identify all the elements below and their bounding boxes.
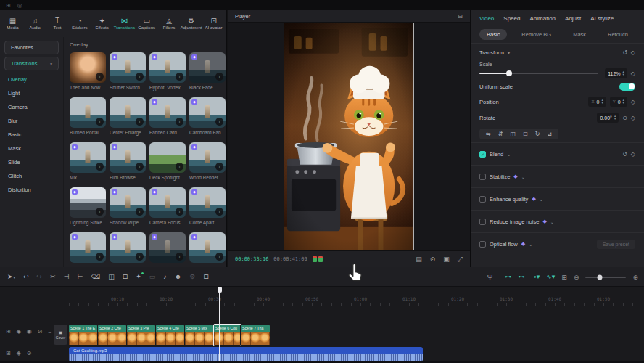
transition-item[interactable]: ◆↓ (110, 232, 146, 267)
clip-scene-1-the-e[interactable]: Scene 1 The E (69, 325, 97, 345)
transition-thumbnail[interactable]: ◆↓ (189, 232, 226, 263)
playhead[interactable] (219, 287, 220, 361)
section-stabilize[interactable]: Stabilize◆⌄ (471, 167, 644, 186)
tab-speed[interactable]: Speed (503, 15, 520, 22)
toolbar-effects[interactable]: ✦Effects (91, 17, 113, 30)
transition-thumbnail[interactable]: ◆↓ (149, 52, 186, 83)
quality-icon[interactable]: ▤ (416, 256, 422, 264)
tab-ai-stylize[interactable]: AI stylize (590, 15, 614, 22)
transition-thumbnail[interactable]: ◆↓ (70, 232, 106, 263)
toolbar-media[interactable]: ▦Media (1, 17, 24, 30)
transition-thumbnail[interactable]: ◆↓ (110, 52, 146, 83)
toolbar-filters[interactable]: ◬Filters (158, 17, 181, 30)
save-preset-button[interactable]: Save preset (597, 240, 635, 249)
video-canvas[interactable] (284, 23, 414, 250)
subtab-basic[interactable]: Basic (479, 29, 507, 40)
rotate-value[interactable]: 0.00° (600, 115, 611, 121)
render-icon[interactable]: ∿▾ (546, 274, 555, 280)
stepper-icon[interactable]: ▴▾ (623, 70, 624, 76)
clip-scene-6-cou[interactable]: Scene 6 Cou (214, 325, 240, 345)
download-icon[interactable]: ↓ (176, 73, 183, 81)
transition-thumbnail[interactable]: ◆↓ (149, 187, 186, 218)
transition-thumbnail[interactable]: ◆↓ (149, 97, 186, 128)
transition-item[interactable]: ◆↓ (149, 232, 186, 267)
track-control-icon[interactable]: – (38, 350, 41, 356)
keyframe-icon[interactable]: ◇ (631, 99, 635, 105)
position-y-value[interactable]: 0 (618, 99, 621, 105)
transition-item-burned-portal[interactable]: ↓Burned Portal (70, 97, 106, 136)
download-icon[interactable]: ↓ (136, 163, 144, 171)
mirror-icon[interactable]: ◫ (510, 131, 516, 137)
cover-button[interactable]: ▣ Cover (54, 325, 67, 345)
clip-scene-4-che[interactable]: Scene 4 Che (156, 325, 184, 345)
track-control-icon[interactable]: ⊞ (6, 350, 11, 356)
download-icon[interactable]: ↓ (215, 163, 223, 171)
transition-item-center-enlarge[interactable]: ↓Center Enlarge (110, 97, 146, 136)
chevron-down-icon[interactable]: ⌄ (540, 197, 543, 202)
scale-slider[interactable] (479, 69, 598, 78)
timeline-zoom-slider[interactable] (585, 277, 626, 278)
checkbox-reduce-image-noise[interactable] (479, 219, 486, 225)
zoom-out-icon[interactable]: ⊖ (574, 274, 579, 281)
smart-tools-icon[interactable]: ✦ (136, 274, 141, 280)
toolbar-transitions[interactable]: ⋈Transitions (113, 17, 136, 30)
scale-adapt-icon[interactable]: ⊙ (430, 256, 436, 264)
extract-person-icon[interactable]: ☻ (175, 274, 181, 280)
track-control-icon[interactable]: ◈ (17, 328, 21, 335)
download-icon[interactable]: ↓ (215, 118, 223, 126)
download-icon[interactable]: ↓ (176, 208, 183, 216)
app-menu-icon[interactable]: ⊞ (6, 2, 11, 9)
toolbar-stickers[interactable]: ◔Stickers (68, 17, 91, 30)
position-x-box[interactable]: X 0 ▴▾ (588, 97, 606, 107)
download-icon[interactable]: ↓ (136, 118, 144, 126)
sidebar-item-overlay[interactable]: Overlay (0, 73, 63, 86)
download-icon[interactable]: ↓ (215, 253, 223, 261)
adjust-icon[interactable]: ⚙ (189, 274, 195, 280)
position-y-box[interactable]: Y 0 ▴▾ (610, 97, 627, 107)
undo-icon[interactable]: ↩ (23, 274, 29, 280)
transition-thumbnail[interactable]: ◆↓ (189, 142, 226, 173)
download-icon[interactable]: ↓ (176, 163, 183, 171)
download-icon[interactable]: ↓ (136, 253, 144, 261)
sidebar-item-camera[interactable]: Camera (0, 100, 63, 114)
zoom-in-icon[interactable]: ⊕ (632, 274, 638, 281)
transition-thumbnail[interactable]: ↓ (70, 52, 106, 83)
download-icon[interactable]: ↓ (96, 73, 104, 81)
download-icon[interactable]: ↓ (215, 208, 223, 216)
delete-left-icon[interactable]: ⊣ (64, 274, 70, 280)
stepper-icon[interactable]: ▴▾ (614, 115, 616, 121)
toolbar-captions[interactable]: ▭Captions (136, 17, 158, 30)
toolbar-audio[interactable]: ♫Audio (24, 17, 46, 30)
transition-item-fanned-card[interactable]: ◆↓Fanned Card (149, 97, 186, 136)
transition-thumbnail[interactable]: ↓ (70, 97, 106, 128)
select-tool-icon[interactable]: ➤▾ (7, 274, 15, 280)
stepper-icon[interactable]: ▴▾ (623, 99, 624, 105)
audio-clip[interactable]: Cat Cooking.mp3 (69, 347, 423, 362)
transition-item-then-and-now[interactable]: ↓Then and Now (70, 52, 106, 91)
transition-item-world-render[interactable]: ◆↓World Render (189, 142, 226, 181)
transition-thumbnail[interactable]: ◆↓ (70, 142, 106, 173)
subtab-mask[interactable]: Mask (566, 29, 593, 40)
position-x-value[interactable]: 0 (596, 99, 599, 105)
clip-scene-2-che[interactable]: Scene 2 Che (98, 325, 126, 345)
scale-value[interactable]: 112% (608, 71, 620, 76)
download-icon[interactable]: ↓ (96, 163, 104, 171)
transition-thumbnail[interactable]: ◆↓ (110, 142, 146, 173)
download-icon[interactable]: ↓ (136, 73, 144, 81)
download-icon[interactable]: ↓ (136, 208, 144, 216)
transition-item-mix[interactable]: ◆↓Mix (70, 142, 106, 181)
ratio-icon[interactable]: ▣ (443, 256, 450, 264)
download-icon[interactable]: ↓ (96, 208, 104, 216)
section-blend[interactable]: ✓Blend⌄↺◇ (471, 144, 644, 163)
transition-thumbnail[interactable]: ◆↓ (149, 232, 186, 263)
keyframe-icon[interactable]: ◇ (631, 151, 635, 158)
transition-item-shadow-wipe[interactable]: ◆↓Shadow Wipe (110, 187, 146, 226)
preview-icon[interactable]: ⊸▾ (531, 274, 540, 280)
chevron-down-icon[interactable]: ⌄ (507, 152, 511, 157)
reset-icon[interactable]: ↺ (622, 151, 627, 158)
subtab-retouch[interactable]: Retouch (600, 29, 635, 40)
section-optical-flow[interactable]: Optical flow◆⌄Save preset (471, 234, 644, 253)
preview-quality-icon[interactable] (313, 256, 323, 262)
reset-icon[interactable]: ↺ (622, 49, 627, 56)
download-icon[interactable]: ↓ (96, 118, 104, 126)
